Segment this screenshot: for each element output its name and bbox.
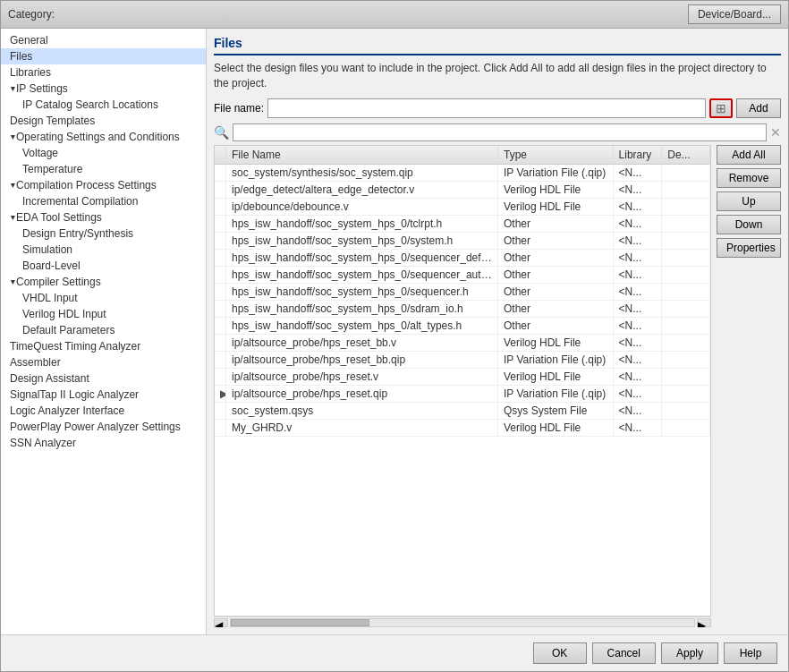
sidebar-item-timequest[interactable]: TimeQuest Timing Analyzer: [1, 338, 206, 354]
row-type: Other: [497, 317, 613, 334]
sidebar-item-operating-settings[interactable]: ◂Operating Settings and Conditions: [1, 129, 206, 145]
browse-button[interactable]: [709, 98, 733, 118]
table-row[interactable]: ip/debounce/debounce.vVerilog HDL File<N…: [215, 198, 710, 215]
sidebar-item-ssn-analyzer[interactable]: SSN Analyzer: [1, 435, 206, 451]
sidebar-item-verilog-hdl-input[interactable]: Verilog HDL Input: [1, 306, 206, 322]
row-type: IP Variation File (.qip): [497, 164, 613, 181]
row-library: <N...: [613, 334, 662, 351]
row-design: [662, 402, 710, 419]
sidebar-item-powerplay[interactable]: PowerPlay Power Analyzer Settings: [1, 419, 206, 435]
sidebar-item-signaltap[interactable]: SignalTap II Logic Analyzer: [1, 387, 206, 403]
table-row[interactable]: hps_isw_handoff/soc_system_hps_0/alt_typ…: [215, 317, 710, 334]
sidebar-section-label-compilation-process: Compilation Process Settings: [16, 179, 157, 191]
sidebar-item-general[interactable]: General: [1, 32, 206, 48]
properties-button[interactable]: Properties: [717, 238, 781, 258]
table-row[interactable]: ▶ip/altsource_probe/hps_reset.qipIP Vari…: [215, 385, 710, 402]
row-filename: hps_isw_handoff/soc_system_hps_0/system.…: [226, 232, 498, 249]
table-row[interactable]: hps_isw_handoff/soc_system_hps_0/sdram_i…: [215, 300, 710, 317]
device-board-button[interactable]: Device/Board...: [688, 4, 781, 24]
sidebar-item-design-assistant[interactable]: Design Assistant: [1, 370, 206, 387]
sidebar-item-ip-settings[interactable]: ◂IP Settings: [1, 81, 206, 97]
row-design: [662, 283, 710, 300]
section-arrow-operating-settings: ◂: [7, 135, 17, 140]
row-library: <N...: [613, 198, 662, 215]
table-row[interactable]: hps_isw_handoff/soc_system_hps_0/system.…: [215, 232, 710, 249]
sidebar-item-eda-tool-settings[interactable]: ◂EDA Tool Settings: [1, 209, 206, 225]
sidebar-item-ip-catalog[interactable]: IP Catalog Search Locations: [1, 97, 206, 113]
table-row[interactable]: soc_system/synthesis/soc_system.qipIP Va…: [215, 164, 710, 181]
scroll-right[interactable]: ▶: [697, 618, 711, 627]
clear-filter-button[interactable]: ✕: [770, 125, 781, 140]
add-all-button[interactable]: Add All: [717, 145, 781, 165]
row-type: Verilog HDL File: [497, 181, 613, 198]
sidebar-item-temperature[interactable]: Temperature: [1, 161, 206, 177]
help-button[interactable]: Help: [724, 642, 777, 664]
row-arrow: [215, 402, 226, 419]
table-row[interactable]: hps_isw_handoff/soc_system_hps_0/sequenc…: [215, 249, 710, 266]
sidebar-item-incremental-compilation[interactable]: Incremental Compilation: [1, 193, 206, 209]
row-design: [662, 232, 710, 249]
sidebar-item-design-entry[interactable]: Design Entry/Synthesis: [1, 225, 206, 242]
row-type: IP Variation File (.qip): [497, 385, 613, 402]
ok-button[interactable]: OK: [533, 642, 587, 664]
row-design: [662, 334, 710, 351]
section-arrow-compilation-process: ◂: [7, 183, 17, 188]
row-arrow: [215, 317, 226, 334]
sidebar-item-design-templates[interactable]: Design Templates: [1, 113, 206, 129]
file-table: File Name Type Library De.: [215, 146, 710, 437]
scroll-left[interactable]: ◀: [214, 618, 228, 627]
section-arrow-eda-tool-settings: ◂: [7, 216, 17, 220]
table-row[interactable]: ip/altsource_probe/hps_reset.vVerilog HD…: [215, 368, 710, 385]
row-filename: soc_system.qsys: [226, 402, 498, 419]
sidebar-item-vhdl-input[interactable]: VHDL Input: [1, 290, 206, 306]
table-row[interactable]: hps_isw_handoff/soc_system_hps_0/sequenc…: [215, 283, 710, 300]
row-type: Other: [497, 215, 613, 232]
scrollbar-track[interactable]: [230, 618, 695, 627]
row-arrow: [215, 249, 226, 266]
remove-button[interactable]: Remove: [717, 168, 781, 188]
horizontal-scrollbar[interactable]: ◀ ▶: [214, 617, 711, 627]
col-type-header[interactable]: Type: [497, 146, 613, 165]
cancel-button[interactable]: Cancel: [592, 642, 656, 664]
row-filename: My_GHRD.v: [226, 419, 498, 436]
sidebar-item-board-level[interactable]: Board-Level: [1, 258, 206, 274]
table-row[interactable]: ip/edge_detect/altera_edge_detector.vVer…: [215, 181, 710, 198]
sidebar-item-files[interactable]: Files: [1, 48, 206, 64]
down-button[interactable]: Down: [717, 215, 781, 234]
row-library: <N...: [613, 181, 662, 198]
section-title: Files: [214, 36, 781, 55]
sidebar-item-assembler[interactable]: Assembler: [1, 354, 206, 370]
scrollbar-thumb[interactable]: [231, 619, 369, 626]
sidebar-section-label-eda-tool-settings: EDA Tool Settings: [16, 211, 102, 224]
up-button[interactable]: Up: [717, 191, 781, 211]
row-arrow: [215, 232, 226, 249]
sidebar-item-libraries[interactable]: Libraries: [1, 64, 206, 81]
apply-button[interactable]: Apply: [661, 642, 718, 664]
table-row[interactable]: hps_isw_handoff/soc_system_hps_0/tclrpt.…: [215, 215, 710, 232]
row-type: IP Variation File (.qip): [497, 351, 613, 368]
col-design-header[interactable]: De...: [662, 146, 710, 165]
row-arrow: [215, 215, 226, 232]
sidebar-item-voltage[interactable]: Voltage: [1, 145, 206, 161]
sidebar-item-compiler-settings[interactable]: ◂Compiler Settings: [1, 274, 206, 290]
row-library: <N...: [613, 368, 662, 385]
row-filename: soc_system/synthesis/soc_system.qip: [226, 164, 498, 181]
table-row[interactable]: ip/altsource_probe/hps_reset_bb.vVerilog…: [215, 334, 710, 351]
sidebar-item-default-parameters[interactable]: Default Parameters: [1, 322, 206, 338]
table-row[interactable]: My_GHRD.vVerilog HDL File<N...: [215, 419, 710, 436]
row-design: [662, 181, 710, 198]
sidebar-item-simulation[interactable]: Simulation: [1, 242, 206, 258]
col-library-header[interactable]: Library: [613, 146, 662, 165]
row-design: [662, 164, 710, 181]
sidebar-item-logic-analyzer[interactable]: Logic Analyzer Interface: [1, 403, 206, 419]
row-design: [662, 385, 710, 402]
sidebar-item-compilation-process[interactable]: ◂Compilation Process Settings: [1, 177, 206, 193]
col-filename-header[interactable]: File Name: [226, 146, 498, 165]
table-row[interactable]: soc_system.qsysQsys System File<N...: [215, 402, 710, 419]
file-name-input[interactable]: [267, 98, 706, 118]
add-button[interactable]: Add: [736, 98, 781, 118]
table-row[interactable]: hps_isw_handoff/soc_system_hps_0/sequenc…: [215, 266, 710, 283]
file-table-container[interactable]: File Name Type Library De.: [214, 145, 711, 617]
filter-input[interactable]: [233, 123, 767, 141]
table-row[interactable]: ip/altsource_probe/hps_reset_bb.qipIP Va…: [215, 351, 710, 368]
